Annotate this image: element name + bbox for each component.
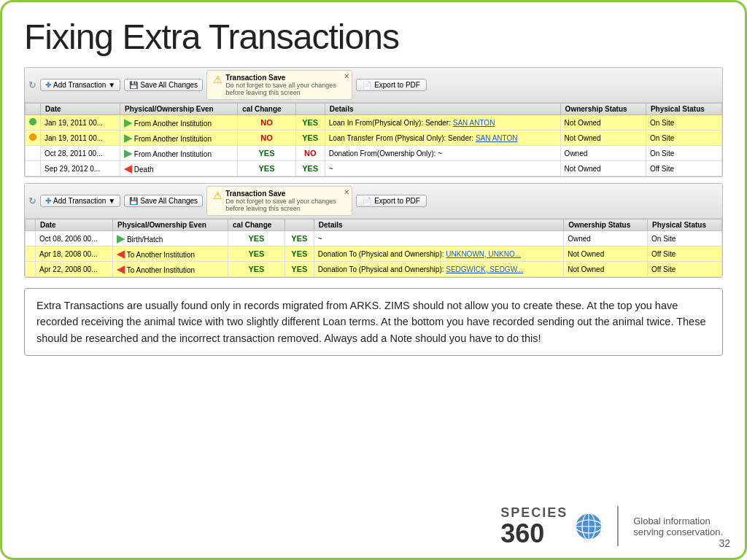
status-dot-cell — [26, 131, 41, 146]
add-transaction-button-2[interactable]: ✚ Add Transaction ▼ — [40, 195, 120, 207]
date-cell: Sep 29, 2012 0... — [41, 161, 120, 176]
event-cell: ◀ Death — [120, 161, 238, 176]
save-all-changes-button[interactable]: 💾 Save All Changes — [124, 79, 203, 91]
status-dot-orange — [29, 133, 36, 141]
dropdown-arrow-2: ▼ — [108, 197, 115, 205]
save-icon-2: 💾 — [129, 197, 138, 205]
save-all-changes-button-2[interactable]: 💾 Save All Changes — [124, 195, 203, 207]
physical-status-cell: Off Site — [648, 246, 722, 262]
details-cell: ~ — [314, 231, 563, 246]
arrow-left-icon: ◀ — [124, 163, 132, 174]
status-dot-cell — [26, 262, 36, 277]
details-link[interactable]: SEDGWICK, SEDGW... — [446, 265, 523, 273]
close-icon[interactable]: ✕ — [344, 72, 349, 80]
status-dot-cell — [26, 231, 36, 246]
add-transaction-button[interactable]: ✚ Add Transaction ▼ — [40, 79, 120, 91]
note-text: Extra Transactions are usually found onl… — [36, 300, 706, 344]
col-date: Date — [41, 104, 120, 115]
popup-title-2: Transaction Save — [225, 190, 346, 198]
ownership-status-cell: Owned — [564, 231, 648, 246]
status-dot-cell — [26, 246, 36, 262]
logo-text-block: SPECIES 360 — [500, 505, 568, 547]
physical-status-cell: On Site — [646, 131, 721, 146]
note-box: Extra Transactions are usually found onl… — [24, 288, 723, 356]
yes-badge: YES — [302, 133, 318, 142]
date-cell: Oct 08, 2006 00... — [36, 231, 113, 246]
physical-status-cell: Off Site — [648, 262, 722, 277]
details-cell: Donation To (Physical and Ownership): UN… — [314, 246, 563, 262]
export-pdf-button[interactable]: 📄 Export to PDF — [356, 79, 427, 91]
date-cell: Apr 18, 2008 00... — [36, 246, 113, 262]
yes-badge: YES — [258, 164, 274, 173]
col-event-2: Physical/Ownership Even — [113, 219, 228, 231]
panel-top: ↻ ✚ Add Transaction ▼ 💾 Save All Changes… — [24, 67, 723, 177]
physical-status-cell: On Site — [646, 115, 721, 131]
add-icon: ✚ — [45, 81, 51, 89]
yes-badge: YES — [291, 265, 307, 273]
details-link[interactable]: SAN ANTON — [476, 134, 518, 142]
event-cell: ▶ From Another Institution — [120, 131, 238, 146]
status-dot-green — [29, 118, 36, 125]
table-bottom-container: Date Physical/Ownership Even cal Change … — [25, 219, 722, 277]
yes-badge: YES — [302, 118, 318, 127]
details-link[interactable]: UNKNOWN, UNKNO... — [446, 250, 521, 258]
arrow-left-icon: ◀ — [117, 248, 125, 260]
table-row: Oct 08, 2006 00...▶ Birth/HatchYESYES~Ow… — [26, 231, 722, 246]
slide-title: Fixing Extra Transactions — [24, 17, 723, 57]
save-icon: 💾 — [129, 81, 138, 89]
toolbar-bottom: ↻ ✚ Add Transaction ▼ 💾 Save All Changes… — [25, 184, 722, 219]
arrow-right-icon: ▶ — [124, 117, 132, 128]
refresh-icon[interactable]: ↻ — [28, 79, 36, 90]
col-ownership-status: Ownership Status — [560, 104, 646, 115]
close-icon-2[interactable]: ✕ — [344, 188, 349, 196]
details-cell: Loan Transfer From (Physical Only): Send… — [325, 131, 560, 146]
col-physical-status: Physical Status — [646, 104, 721, 115]
col-details-2: Details — [314, 219, 563, 231]
table-row: Apr 18, 2008 00...◀ To Another Instituti… — [26, 246, 722, 262]
export-pdf-button-2[interactable]: 📄 Export to PDF — [356, 195, 427, 207]
yes-badge: YES — [248, 249, 264, 258]
physical-status-cell: On Site — [648, 231, 722, 246]
yes-badge: YES — [291, 234, 307, 243]
physical-change-cell: YES — [228, 262, 285, 277]
table-top: Date Physical/Ownership Even cal Change … — [25, 103, 722, 176]
yes-badge: YES — [248, 234, 264, 243]
date-cell: Jan 19, 2011 00... — [41, 115, 120, 131]
ownership-status-cell: Not Owned — [560, 161, 646, 176]
footer: SPECIES 360 Global information serving c… — [24, 499, 723, 547]
ownership-status-cell: Not Owned — [560, 131, 646, 146]
refresh-icon-2[interactable]: ↻ — [28, 195, 36, 206]
dropdown-arrow: ▼ — [108, 81, 115, 89]
globe-icon — [575, 513, 603, 540]
logo-divider — [617, 506, 619, 546]
ownership-change-cell: YES — [285, 231, 314, 246]
col-status-indicator-2 — [26, 219, 36, 231]
no-badge: NO — [304, 149, 317, 158]
col-event: Physical/Ownership Even — [120, 104, 238, 115]
table-row: Apr 22, 2008 00...◀ To Another Instituti… — [26, 262, 722, 277]
ownership-change-cell: NO — [295, 146, 325, 161]
col-ownership-status-2: Ownership Status — [564, 219, 648, 231]
date-cell: Apr 22, 2008 00... — [36, 262, 113, 277]
yes-badge: YES — [291, 249, 307, 258]
col-physical-change-2: cal Change — [228, 219, 285, 231]
pdf-icon-2: 📄 — [363, 197, 371, 205]
physical-status-cell: Off Site — [646, 161, 721, 176]
event-cell: ◀ To Another Institution — [113, 246, 228, 262]
col-details: Details — [325, 104, 560, 115]
physical-change-cell: YES — [228, 246, 285, 262]
warning-icon: ⚠ — [213, 74, 222, 85]
popup-message: Do not forget to save all your changes b… — [225, 82, 346, 96]
ownership-status-cell: Not Owned — [564, 246, 648, 262]
table-row: Oct 28, 2011 00...▶ From Another Institu… — [26, 146, 722, 161]
panel-bottom: ↻ ✚ Add Transaction ▼ 💾 Save All Changes… — [24, 183, 723, 278]
physical-change-cell: YES — [228, 231, 285, 246]
no-badge: NO — [260, 118, 273, 127]
col-physical-status-2: Physical Status — [648, 219, 722, 231]
physical-change-cell: NO — [238, 131, 295, 146]
page-number: 32 — [719, 537, 730, 549]
ownership-status-cell: Owned — [560, 146, 646, 161]
col-status-indicator — [26, 104, 41, 115]
details-link[interactable]: SAN ANTON — [453, 119, 495, 127]
no-badge: NO — [260, 133, 273, 142]
